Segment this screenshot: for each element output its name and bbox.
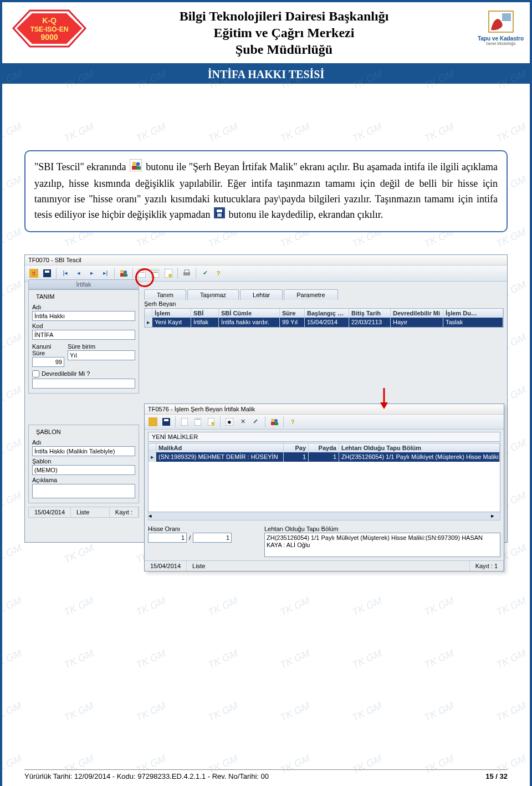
doc1-button[interactable] bbox=[136, 268, 147, 279]
col-sbi: SBİ bbox=[191, 309, 219, 318]
save-button[interactable] bbox=[42, 268, 53, 279]
dialog-status-liste: Liste bbox=[187, 561, 470, 571]
col-baslangic: Başlangıç … bbox=[305, 309, 349, 318]
people-icon bbox=[130, 159, 142, 176]
dialog-doc3-button[interactable] bbox=[206, 416, 217, 427]
scroll-left-button[interactable]: ◂ bbox=[149, 512, 157, 519]
svg-rect-16 bbox=[45, 270, 49, 273]
dialog-doc1-button[interactable] bbox=[179, 416, 190, 427]
grid-header: İşlem SBİ SBİ Cümle Süre Başlangıç … Bit… bbox=[145, 309, 503, 318]
svg-rect-36 bbox=[181, 418, 188, 426]
page-header: K-Q TSE-ISO-EN 9000 Bilgi Teknolojileri … bbox=[2, 2, 530, 65]
tab-parametre[interactable]: Parametre bbox=[284, 289, 337, 300]
nav-first-button[interactable]: |◂ bbox=[60, 268, 71, 279]
dialog-delete-button[interactable]: ✕ bbox=[237, 416, 248, 427]
surebirim-field[interactable] bbox=[68, 350, 135, 360]
instr-1a: "SBI Tescil" ekranında bbox=[34, 161, 129, 172]
help-button[interactable]: ? bbox=[213, 268, 224, 279]
status-kayit: Kayıt : bbox=[110, 507, 139, 517]
svg-rect-38 bbox=[196, 419, 200, 420]
col-sbicumle: SBİ Cümle bbox=[219, 309, 280, 318]
svg-rect-25 bbox=[152, 270, 158, 271]
svg-point-5 bbox=[132, 162, 136, 166]
tab-lehtar[interactable]: Lehtar bbox=[240, 289, 283, 300]
malik-grid[interactable]: MalikAd Pay Payda Lehtarı Olduğu Tapu Bö… bbox=[148, 443, 500, 512]
page-footer: Yürürlük Tarihi: 12/09/2014 - Kodu: 9729… bbox=[24, 769, 508, 780]
kod-label: Kod bbox=[32, 323, 135, 329]
yeni-malikler-label: YENİ MALİKLER bbox=[148, 432, 500, 442]
tapu-logo: Tapu ve Kadastro Genel Müdürlüğü bbox=[477, 8, 524, 49]
col-malikad: MalikAd bbox=[156, 443, 284, 452]
svg-rect-23 bbox=[139, 272, 145, 273]
svg-rect-26 bbox=[152, 272, 158, 273]
ok-button[interactable]: ✔ bbox=[200, 268, 211, 279]
nav-prev-button[interactable]: ◂ bbox=[73, 268, 84, 279]
dialog-irtifak-malik: TF0576 - İşlem Şerh Beyan İrtifak Malik … bbox=[144, 404, 504, 571]
svg-rect-20 bbox=[124, 274, 127, 277]
aciklama-label: Açıklama bbox=[32, 477, 135, 483]
save-icon bbox=[214, 207, 225, 223]
nav-next-button[interactable]: ▸ bbox=[86, 268, 98, 279]
sablon-field[interactable] bbox=[32, 465, 135, 475]
adi-field[interactable] bbox=[32, 311, 135, 321]
svg-point-28 bbox=[168, 274, 172, 277]
dialog-people-button[interactable] bbox=[269, 416, 280, 427]
iso-logo: K-Q TSE-ISO-EN 9000 bbox=[8, 8, 91, 49]
dialog-status-date: 15/04/2014 bbox=[145, 561, 187, 571]
hisse-slash: / bbox=[189, 534, 191, 541]
malik-grid-row[interactable]: ▸ (SN:1989329) MEHMET DEMİR : HÜSEYİN 1 … bbox=[149, 452, 500, 462]
people-button[interactable] bbox=[118, 268, 129, 279]
svg-text:✱: ✱ bbox=[227, 420, 232, 425]
svg-rect-33 bbox=[149, 417, 157, 426]
dialog-new-button[interactable]: ✱ bbox=[224, 416, 235, 427]
dialog-help-button[interactable]: ? bbox=[287, 416, 298, 427]
logo-tse: TSE-ISO-EN bbox=[30, 25, 69, 33]
logo-9000: 9000 bbox=[40, 33, 58, 42]
svg-text:tt: tt bbox=[32, 270, 35, 277]
dialog-attach-button[interactable] bbox=[250, 416, 262, 427]
dialog-statusbar: 15/04/2014 Liste Kayıt : 1 bbox=[145, 560, 504, 571]
print-button[interactable] bbox=[181, 268, 192, 279]
instruction-box: "SBI Tescil" ekranında butonu ile "Şerh … bbox=[24, 150, 508, 232]
nav-last-button[interactable]: ▸| bbox=[100, 268, 111, 279]
instr-1c: butonu ile kaydedilip, ekrandan çıkılır. bbox=[228, 209, 383, 220]
doc2-button[interactable] bbox=[150, 268, 161, 279]
aciklama-field[interactable] bbox=[32, 484, 135, 498]
svg-rect-24 bbox=[151, 269, 159, 278]
kanuni-label: Kanuni Süre bbox=[32, 343, 64, 356]
app-titlebar: TF0070 - SBI Tescil bbox=[25, 255, 507, 266]
col-lehtar: Lehtarı Olduğu Tapu Bölüm bbox=[339, 443, 500, 452]
header-line3: Şube Müdürlüğü bbox=[91, 41, 477, 58]
app-window-sbi-tescil: TF0070 - SBI Tescil tt |◂ ◂ ▸ ▸| ✔ ? İrt… bbox=[24, 254, 508, 543]
col-payda: Payda bbox=[309, 443, 339, 452]
header-line2: Eğitim ve Çağrı Merkezi bbox=[91, 24, 477, 41]
kod-field[interactable] bbox=[32, 330, 135, 340]
left-tab-irtifak[interactable]: İrtifak bbox=[28, 279, 139, 289]
tab-tanim[interactable]: Tanım bbox=[144, 289, 186, 300]
lehtar-field[interactable]: ZH(235126054) 1/1 Paylı Mülkiyet (Müşter… bbox=[264, 533, 500, 557]
dialog-doc2-button[interactable] bbox=[192, 416, 203, 427]
sablon-adi-label: Adı bbox=[32, 439, 135, 446]
doc3-button[interactable] bbox=[163, 268, 174, 279]
sablon-legend: ŞABLON bbox=[34, 428, 63, 435]
hisse-payda-field[interactable] bbox=[193, 533, 232, 543]
dialog-save-button[interactable] bbox=[161, 416, 172, 427]
sbi-grid[interactable]: İşlem SBİ SBİ Cümle Süre Başlangıç … Bit… bbox=[144, 308, 504, 328]
col-islem: İşlem bbox=[152, 309, 191, 318]
col-pay: Pay bbox=[284, 443, 309, 452]
svg-rect-8 bbox=[136, 166, 141, 170]
svg-rect-11 bbox=[217, 210, 222, 212]
page-title: İNTİFA HAKKI TESİSİ bbox=[2, 65, 530, 84]
svg-point-17 bbox=[120, 270, 124, 273]
sablon-adi-field[interactable] bbox=[32, 446, 135, 456]
hisse-pay-field[interactable] bbox=[148, 533, 187, 543]
devredilebilir-field[interactable] bbox=[32, 379, 135, 389]
grid-row[interactable]: ▸ Yeni Kayıt İrtifak İntifa hakkı vardır… bbox=[145, 318, 503, 327]
scroll-right-button[interactable]: ▸ bbox=[491, 512, 500, 519]
devredilebilir-checkbox[interactable] bbox=[32, 370, 39, 377]
kanuni-field[interactable] bbox=[32, 357, 64, 367]
dialog-app-icon bbox=[147, 416, 158, 427]
header-title-block: Bilgi Teknolojileri Dairesi Başkanlığı E… bbox=[91, 6, 477, 63]
tab-tasinmaz[interactable]: Taşınmaz bbox=[187, 289, 239, 300]
dialog-status-kayit: Kayıt : 1 bbox=[470, 561, 504, 571]
